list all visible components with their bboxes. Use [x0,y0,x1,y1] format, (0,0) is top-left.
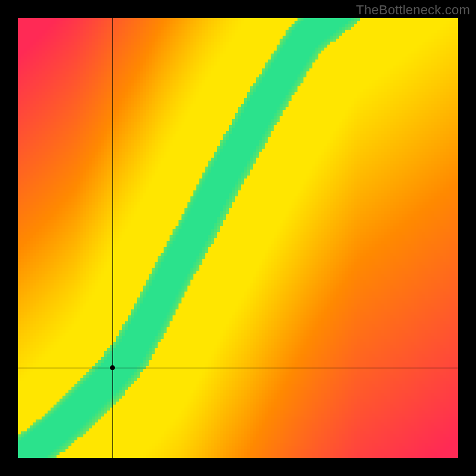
crosshair-horizontal [18,368,458,368]
crosshair-vertical [112,18,113,458]
chart-frame: TheBottleneck.com [0,0,476,476]
watermark-text: TheBottleneck.com [356,2,470,18]
plot-area [18,18,458,458]
heatmap-canvas [18,18,458,458]
